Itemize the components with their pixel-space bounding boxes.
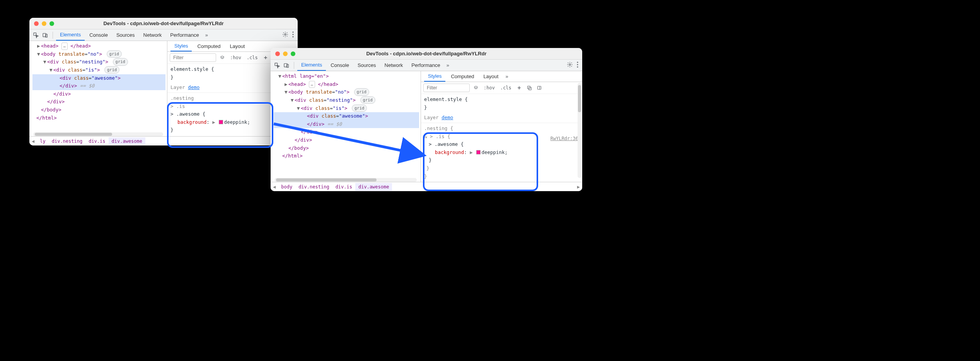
dom-tree[interactable]: ▼<html lang="en"> ▶<head> … </head> ▼<bo… — [271, 71, 421, 161]
grid-badge[interactable]: grid — [107, 50, 122, 58]
computed-toggle-icon[interactable] — [525, 84, 533, 92]
dom-tag-div-nesting[interactable]: <div — [295, 97, 309, 103]
expand-head-icon[interactable]: … — [61, 43, 68, 50]
grid-badge[interactable]: grid — [354, 88, 369, 96]
breadcrumb-nesting[interactable]: div.nesting — [295, 183, 332, 191]
subtab-layout[interactable]: Layout — [226, 41, 249, 51]
selector-nesting[interactable]: .nesting { — [424, 125, 453, 131]
grid-badge[interactable]: grid — [113, 58, 128, 65]
dom-tag-head[interactable]: <head> — [41, 43, 58, 49]
breadcrumb-is[interactable]: div.is — [332, 183, 355, 191]
layer-link[interactable]: demo — [441, 115, 453, 120]
dom-scrollbar[interactable] — [33, 132, 163, 136]
subtab-computed[interactable]: Computed — [447, 72, 478, 81]
element-style-open[interactable]: element.style { — [424, 96, 468, 102]
expand-shorthand-icon[interactable]: ▶ — [212, 119, 215, 125]
prop-value[interactable]: deeppink — [224, 119, 247, 125]
dom-tag-head[interactable]: <head> — [288, 81, 306, 87]
dom-tag-div-is[interactable]: <div — [301, 105, 315, 111]
expand-shorthand-icon[interactable]: ▶ — [470, 149, 473, 155]
breadcrumb-left-icon[interactable]: ◀ — [271, 184, 278, 190]
tab-network[interactable]: Network — [140, 30, 166, 40]
dom-selected-row[interactable]: <div class="awesome"> — [274, 112, 419, 120]
breadcrumb-right-icon[interactable]: ▶ — [575, 184, 582, 190]
tab-console[interactable]: Console — [327, 60, 353, 70]
grid-badge[interactable]: grid — [104, 66, 119, 74]
layer-link[interactable]: demo — [188, 84, 199, 90]
subtab-styles[interactable]: Styles — [170, 41, 192, 51]
more-tabs-icon[interactable]: » — [204, 32, 210, 38]
subtab-layout[interactable]: Layout — [479, 72, 502, 81]
layers-icon[interactable] — [472, 84, 480, 92]
subtab-styles[interactable]: Styles — [424, 71, 445, 82]
gear-icon[interactable] — [281, 31, 290, 39]
gear-icon[interactable] — [565, 62, 574, 69]
tab-sources[interactable]: Sources — [354, 60, 380, 70]
tab-performance[interactable]: Performance — [166, 30, 203, 40]
device-icon[interactable] — [41, 31, 49, 39]
breadcrumb-body[interactable]: body — [278, 183, 295, 191]
styles-filter-input[interactable] — [423, 84, 470, 92]
breadcrumb: ◀ body div.nesting div.is div.awesome ▶ — [271, 182, 582, 191]
tab-console[interactable]: Console — [85, 30, 112, 40]
dom-tag-div-is[interactable]: <div — [53, 67, 68, 73]
add-rule-icon[interactable] — [515, 84, 523, 92]
titlebar[interactable]: DevTools - cdpn.io/web-dot-dev/fullpage/… — [271, 48, 582, 60]
grid-badge[interactable]: grid — [352, 104, 367, 112]
selector-is[interactable]: > .is — [170, 103, 185, 109]
selector-awesome[interactable]: > .awesome { — [424, 141, 464, 147]
color-swatch-icon[interactable] — [476, 150, 481, 154]
element-style-open[interactable]: element.style { — [170, 66, 214, 72]
kebab-icon[interactable] — [575, 62, 580, 69]
dom-tag-html[interactable]: <html lang="en"> — [282, 73, 329, 79]
sidebar-toggle-icon[interactable] — [535, 84, 543, 92]
styles-scrollbar[interactable] — [578, 83, 581, 178]
dom-tree[interactable]: ▶<head> … </head> ▼<body translate="no">… — [29, 41, 167, 123]
breadcrumb-awesome[interactable]: div.awesome — [109, 137, 145, 145]
inspect-icon[interactable] — [32, 31, 40, 39]
grid-badge[interactable]: grid — [360, 96, 375, 104]
breadcrumb-awesome[interactable]: div.awesome — [355, 183, 392, 191]
breadcrumb-nesting[interactable]: div.nesting — [49, 137, 85, 145]
dom-tag-body[interactable]: <body — [41, 51, 58, 57]
layers-icon[interactable] — [218, 54, 226, 62]
more-subtabs-icon[interactable]: » — [504, 74, 510, 79]
devtools-window-after: DevTools - cdpn.io/web-dot-dev/fullpage/… — [271, 48, 582, 191]
subtab-computed[interactable]: Computed — [193, 41, 224, 51]
titlebar[interactable]: DevTools - cdpn.io/web-dot-dev/fullpage/… — [29, 18, 298, 29]
source-link[interactable]: RwYLRdr:36 — [551, 135, 578, 143]
device-icon[interactable] — [282, 61, 291, 70]
breadcrumb-is[interactable]: div.is — [85, 137, 108, 145]
tab-elements[interactable]: Elements — [56, 29, 85, 41]
inspect-icon[interactable] — [273, 61, 281, 70]
prop-background[interactable]: background — [435, 149, 464, 155]
tab-network[interactable]: Network — [381, 60, 407, 70]
layer-divider: Layer demo — [421, 113, 582, 123]
cls-button[interactable]: .cls — [245, 54, 259, 61]
tab-performance[interactable]: Performance — [407, 60, 444, 70]
tab-sources[interactable]: Sources — [112, 30, 139, 40]
selector-nesting[interactable]: .nesting — [170, 95, 194, 101]
cls-button[interactable]: .cls — [499, 84, 513, 91]
kebab-icon[interactable] — [291, 31, 295, 39]
color-swatch-icon[interactable] — [219, 120, 223, 124]
devtools-tab-strip: Elements Console Sources Network Perform… — [271, 60, 582, 71]
dom-selected-row[interactable]: <div class="awesome"> — [32, 74, 165, 82]
add-rule-icon[interactable] — [262, 54, 269, 62]
prop-value[interactable]: deeppink — [481, 149, 504, 155]
expand-head-icon[interactable]: … — [309, 81, 315, 88]
dom-tag-body[interactable]: <body — [288, 89, 306, 95]
hov-button[interactable]: :hov — [482, 84, 496, 91]
styles-rules[interactable]: element.style { } Layer demo .nesting { … — [421, 94, 582, 182]
styles-filter-input[interactable] — [170, 53, 216, 62]
selector-amp-is[interactable]: & > .is { — [424, 133, 450, 139]
tab-elements[interactable]: Elements — [297, 60, 326, 71]
hov-button[interactable]: :hov — [228, 54, 243, 61]
prop-background[interactable]: background — [177, 119, 206, 125]
more-tabs-icon[interactable]: » — [445, 62, 451, 68]
dom-scrollbar[interactable] — [274, 178, 417, 182]
dom-tag-div-nesting[interactable]: <div — [47, 59, 62, 65]
dollar-zero: == $0 — [77, 83, 94, 89]
breadcrumb-left-icon[interactable]: ◀ — [29, 139, 37, 144]
selector-awesome[interactable]: > .awesome { — [170, 111, 205, 117]
